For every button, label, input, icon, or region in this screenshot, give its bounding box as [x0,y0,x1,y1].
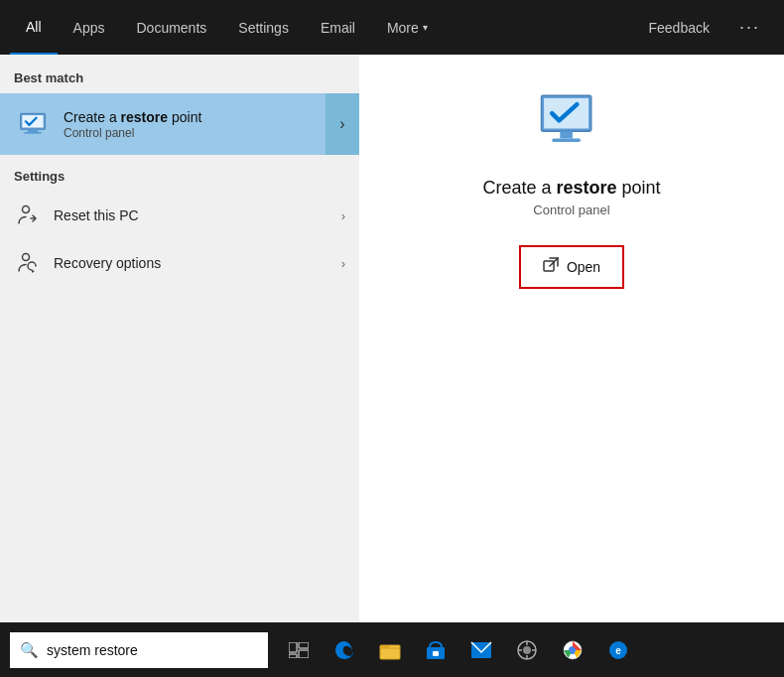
open-label: Open [567,259,600,275]
svg-point-29 [570,647,576,653]
svg-rect-12 [289,642,297,652]
menu-item-recovery[interactable]: Recovery options › [0,239,359,287]
nav-label-settings: Settings [238,20,289,36]
nav-item-apps[interactable]: Apps [58,0,121,55]
best-match-text: Create a restore point Control panel [64,108,345,140]
menu-item-reset-chevron: › [341,208,345,223]
recovery-icon [14,249,42,277]
recovery-svg [17,252,39,274]
right-panel: Create a restore point Control panel Ope… [359,55,784,622]
open-button-container: Open [519,245,624,289]
svg-point-5 [23,254,30,261]
misc-svg: e [607,639,629,661]
external-link-svg [543,257,559,273]
taskbar-task-view-icon[interactable] [278,622,320,677]
svg-rect-8 [560,131,573,138]
mail-svg [470,641,492,659]
right-app-computer-svg [536,88,607,160]
svg-point-4 [23,206,30,213]
best-match-item[interactable]: Create a restore point Control panel › [0,93,359,155]
explorer-svg [379,640,401,660]
nav-item-email[interactable]: Email [305,0,371,55]
svg-rect-3 [24,132,42,134]
more-options-button[interactable]: ··· [725,0,774,55]
right-app-icon [532,84,611,164]
search-input[interactable] [47,642,258,658]
edge-svg [333,639,355,661]
left-panel: Best match Create a restore point Contr [0,55,359,622]
svg-rect-9 [552,138,581,142]
settings-section-label: Settings [0,165,359,192]
store-svg [426,640,446,660]
best-match-label: Best match [0,67,359,93]
taskbar-paint-icon[interactable] [506,622,548,677]
arrow-right-icon: › [339,115,344,133]
nav-label-apps: Apps [73,20,105,36]
reset-pc-icon [14,202,42,229]
main-content: Best match Create a restore point Contr [0,55,784,622]
best-match-title: Create a restore point [64,108,345,126]
menu-item-recovery-chevron: › [341,256,345,271]
open-button[interactable]: Open [525,251,618,283]
best-match-arrow-button[interactable]: › [326,93,359,155]
best-match-subtitle: Control panel [64,126,345,140]
nav-label-documents: Documents [136,20,206,36]
dots-icon: ··· [739,17,760,38]
taskbar-edge-icon[interactable] [324,622,365,677]
search-box[interactable]: 🔍 [10,632,268,668]
svg-rect-2 [28,129,39,132]
nav-right: Feedback ··· [633,0,775,55]
svg-rect-15 [289,654,297,658]
taskbar: 🔍 [0,622,784,677]
open-icon [543,257,559,277]
svg-rect-13 [299,642,309,648]
menu-item-reset[interactable]: Reset this PC › [0,192,359,239]
chrome-svg [562,639,584,661]
nav-label-email: Email [321,20,355,36]
paint-svg [516,639,538,661]
chevron-down-icon: ▾ [423,22,428,33]
reset-pc-svg [17,204,39,226]
nav-item-documents[interactable]: Documents [120,0,222,55]
restore-point-icon [17,111,49,137]
svg-text:e: e [615,645,621,656]
menu-item-reset-label: Reset this PC [54,207,341,223]
feedback-label: Feedback [649,20,710,36]
svg-point-22 [523,646,531,654]
taskbar-chrome-icon[interactable] [552,622,593,677]
task-view-svg [289,642,309,658]
nav-item-all[interactable]: All [10,0,58,55]
nav-label-more: More [387,20,419,36]
nav-item-settings[interactable]: Settings [222,0,305,55]
restore-point-icon-box [14,105,52,143]
taskbar-mail-icon[interactable] [460,622,502,677]
svg-rect-19 [433,651,439,656]
settings-section: Settings Reset this PC › [0,155,359,287]
nav-item-more[interactable]: More ▾ [371,0,444,55]
nav-bar: All Apps Documents Settings Email More ▾… [0,0,784,55]
svg-rect-17 [380,645,389,648]
nav-label-all: All [26,19,42,35]
right-app-title: Create a restore point [482,178,660,199]
taskbar-misc-icon[interactable]: e [597,622,639,677]
search-icon: 🔍 [20,641,39,659]
svg-rect-14 [299,650,309,658]
right-app-subtitle: Control panel [533,203,609,217]
taskbar-explorer-icon[interactable] [369,622,411,677]
menu-item-recovery-label: Recovery options [54,255,341,271]
feedback-button[interactable]: Feedback [633,0,725,55]
taskbar-store-icon[interactable] [415,622,457,677]
taskbar-icons: e [278,622,639,677]
